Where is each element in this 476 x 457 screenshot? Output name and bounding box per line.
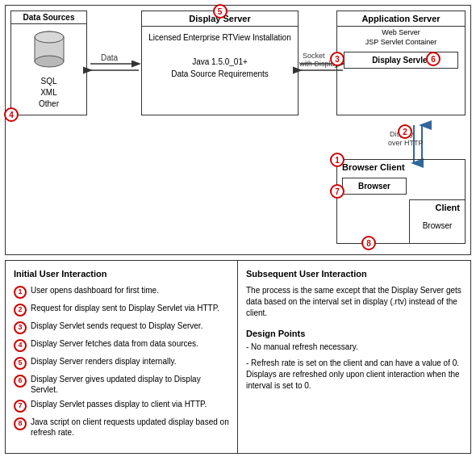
- svg-point-14: [35, 31, 64, 43]
- app-server-title: Application Server: [337, 11, 465, 27]
- badge-2: 2: [398, 124, 412, 139]
- step-7-text: Display Servlet passes display to client…: [31, 399, 229, 409]
- step-6: 6 Display Server gives updated display t…: [14, 374, 229, 395]
- subsequent-description: The process is the same except that the …: [246, 285, 462, 319]
- step-4-badge: 4: [14, 339, 27, 352]
- step-7: 7 Display Servlet passes display to clie…: [14, 399, 229, 413]
- step-6-text: Display Server gives updated display to …: [31, 374, 229, 395]
- bottom-section: Initial User Interaction 1 User opens da…: [5, 260, 471, 454]
- display-servlet-box: Display Servlet: [344, 52, 458, 69]
- app-server-box: Application Server Web Server JSP Servle…: [336, 10, 466, 115]
- svg-text:Socket: Socket: [303, 52, 325, 60]
- step-8-badge: 8: [14, 417, 27, 430]
- step-1-text: User opens dashboard for first time.: [31, 285, 229, 296]
- initial-interaction-panel: Initial User Interaction 1 User opens da…: [6, 261, 238, 453]
- browser-inner-box: Browser: [342, 178, 407, 195]
- diagram-section: Data Socket with Display Display over HT…: [5, 5, 471, 255]
- step-2-badge: 2: [14, 304, 27, 317]
- client-box: Client Browser: [409, 199, 466, 244]
- app-server-subtitle: Web Server JSP Servlet Container: [337, 27, 465, 48]
- badge-8: 8: [361, 236, 376, 250]
- step-1: 1 User opens dashboard for first time.: [14, 285, 229, 299]
- display-server-box: Display Server Licensed Enterprise RTVie…: [141, 10, 299, 115]
- design-point-1: - No manual refresh necessary.: [246, 342, 462, 353]
- svg-point-13: [35, 56, 64, 67]
- svg-text:over HTTP: over HTTP: [388, 139, 424, 147]
- subsequent-interaction-title: Subsequent User Interaction: [246, 269, 462, 279]
- data-sources-box: Data Sources SQL XML Other 4: [10, 10, 87, 115]
- badge-6: 6: [426, 52, 441, 66]
- step-6-badge: 6: [14, 375, 27, 388]
- step-8: 8 Java script on client requests updated…: [14, 417, 229, 438]
- design-point-2: - Refresh rate is set on the client and …: [246, 358, 462, 392]
- step-2-text: Request for display sent to Display Serv…: [31, 303, 229, 313]
- main-container: Data Socket with Display Display over HT…: [0, 5, 476, 454]
- step-8-text: Java script on client requests updated d…: [31, 417, 229, 438]
- subsequent-interaction-panel: Subsequent User Interaction The process …: [238, 261, 470, 453]
- step-1-badge: 1: [14, 286, 27, 299]
- client-browser-label: Browser: [410, 221, 465, 230]
- badge-3: 3: [330, 52, 344, 66]
- database-icon: [31, 29, 67, 73]
- step-5-badge: 5: [14, 357, 27, 370]
- step-3-badge: 3: [14, 321, 27, 334]
- design-points-title: Design Points: [246, 329, 462, 338]
- svg-text:Data: Data: [101, 53, 119, 62]
- step-2: 2 Request for display sent to Display Se…: [14, 303, 229, 317]
- step-4-text: Display Server fetches data from data so…: [31, 338, 229, 349]
- badge-7: 7: [330, 184, 344, 199]
- browser-client-title: Browser Client: [337, 160, 465, 174]
- data-sources-title: Data Sources: [11, 11, 86, 24]
- step-5: 5 Display Server renders display interna…: [14, 356, 229, 370]
- step-5-text: Display Server renders display internall…: [31, 356, 229, 367]
- data-source-labels: SQL XML Other: [39, 76, 59, 110]
- badge-4: 4: [4, 107, 19, 122]
- browser-client-box: Browser Client Browser Client Browser 1 …: [336, 159, 466, 244]
- display-server-content: Licensed Enterprise RTView Installation …: [142, 27, 298, 85]
- client-label: Client: [410, 200, 465, 215]
- badge-1: 1: [330, 153, 344, 167]
- initial-interaction-title: Initial User Interaction: [14, 269, 229, 279]
- step-4: 4 Display Server fetches data from data …: [14, 338, 229, 352]
- badge-5: 5: [213, 4, 228, 19]
- step-3-text: Display Servlet sends request to Display…: [31, 321, 229, 331]
- step-3: 3 Display Servlet sends request to Displ…: [14, 321, 229, 334]
- step-7-badge: 7: [14, 400, 27, 413]
